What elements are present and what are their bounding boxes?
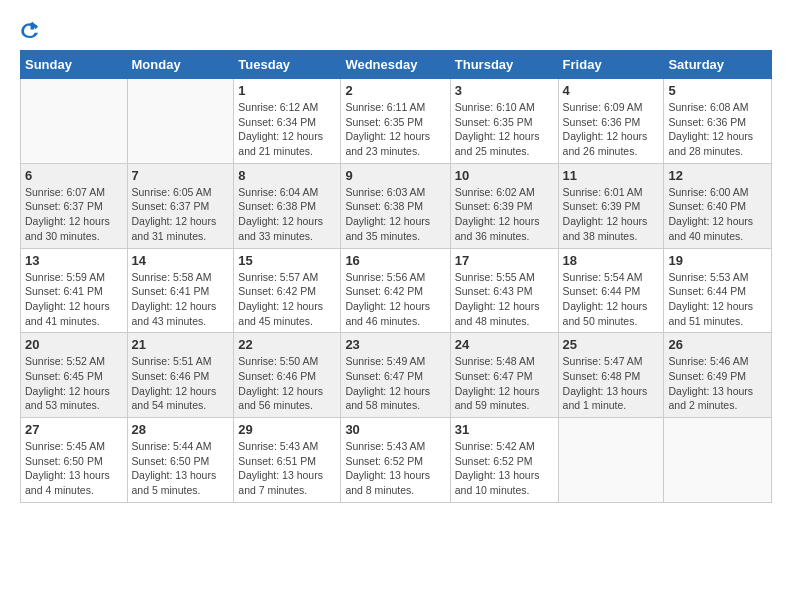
calendar-cell: 1Sunrise: 6:12 AMSunset: 6:34 PMDaylight… [234,79,341,164]
day-number: 7 [132,168,230,183]
day-info: Sunrise: 5:54 AMSunset: 6:44 PMDaylight:… [563,270,660,329]
calendar-cell: 6Sunrise: 6:07 AMSunset: 6:37 PMDaylight… [21,163,128,248]
calendar-header: SundayMondayTuesdayWednesdayThursdayFrid… [21,51,772,79]
day-header-saturday: Saturday [664,51,772,79]
day-header-tuesday: Tuesday [234,51,341,79]
day-info: Sunrise: 6:03 AMSunset: 6:38 PMDaylight:… [345,185,445,244]
calendar-cell: 16Sunrise: 5:56 AMSunset: 6:42 PMDayligh… [341,248,450,333]
day-info: Sunrise: 5:59 AMSunset: 6:41 PMDaylight:… [25,270,123,329]
calendar-cell: 2Sunrise: 6:11 AMSunset: 6:35 PMDaylight… [341,79,450,164]
day-number: 23 [345,337,445,352]
day-number: 13 [25,253,123,268]
day-info: Sunrise: 5:55 AMSunset: 6:43 PMDaylight:… [455,270,554,329]
day-info: Sunrise: 5:50 AMSunset: 6:46 PMDaylight:… [238,354,336,413]
day-number: 4 [563,83,660,98]
day-number: 6 [25,168,123,183]
day-number: 11 [563,168,660,183]
day-number: 17 [455,253,554,268]
day-number: 26 [668,337,767,352]
day-info: Sunrise: 6:11 AMSunset: 6:35 PMDaylight:… [345,100,445,159]
calendar-cell: 14Sunrise: 5:58 AMSunset: 6:41 PMDayligh… [127,248,234,333]
calendar-cell [127,79,234,164]
day-number: 21 [132,337,230,352]
day-header-friday: Friday [558,51,664,79]
day-number: 14 [132,253,230,268]
calendar-cell: 8Sunrise: 6:04 AMSunset: 6:38 PMDaylight… [234,163,341,248]
day-info: Sunrise: 6:05 AMSunset: 6:37 PMDaylight:… [132,185,230,244]
day-info: Sunrise: 5:42 AMSunset: 6:52 PMDaylight:… [455,439,554,498]
calendar-cell [664,418,772,503]
day-number: 8 [238,168,336,183]
day-number: 15 [238,253,336,268]
calendar-cell: 25Sunrise: 5:47 AMSunset: 6:48 PMDayligh… [558,333,664,418]
calendar-cell: 13Sunrise: 5:59 AMSunset: 6:41 PMDayligh… [21,248,128,333]
day-info: Sunrise: 5:53 AMSunset: 6:44 PMDaylight:… [668,270,767,329]
day-info: Sunrise: 6:10 AMSunset: 6:35 PMDaylight:… [455,100,554,159]
calendar-cell: 19Sunrise: 5:53 AMSunset: 6:44 PMDayligh… [664,248,772,333]
calendar-cell: 9Sunrise: 6:03 AMSunset: 6:38 PMDaylight… [341,163,450,248]
calendar-cell: 18Sunrise: 5:54 AMSunset: 6:44 PMDayligh… [558,248,664,333]
calendar-cell: 17Sunrise: 5:55 AMSunset: 6:43 PMDayligh… [450,248,558,333]
day-info: Sunrise: 5:52 AMSunset: 6:45 PMDaylight:… [25,354,123,413]
day-number: 31 [455,422,554,437]
day-number: 25 [563,337,660,352]
day-number: 2 [345,83,445,98]
calendar-table: SundayMondayTuesdayWednesdayThursdayFrid… [20,50,772,503]
day-info: Sunrise: 5:43 AMSunset: 6:52 PMDaylight:… [345,439,445,498]
calendar-cell: 12Sunrise: 6:00 AMSunset: 6:40 PMDayligh… [664,163,772,248]
day-header-sunday: Sunday [21,51,128,79]
day-info: Sunrise: 5:48 AMSunset: 6:47 PMDaylight:… [455,354,554,413]
day-number: 24 [455,337,554,352]
day-header-monday: Monday [127,51,234,79]
calendar-cell: 20Sunrise: 5:52 AMSunset: 6:45 PMDayligh… [21,333,128,418]
day-info: Sunrise: 5:57 AMSunset: 6:42 PMDaylight:… [238,270,336,329]
calendar-cell: 28Sunrise: 5:44 AMSunset: 6:50 PMDayligh… [127,418,234,503]
day-info: Sunrise: 5:56 AMSunset: 6:42 PMDaylight:… [345,270,445,329]
day-number: 5 [668,83,767,98]
day-info: Sunrise: 5:47 AMSunset: 6:48 PMDaylight:… [563,354,660,413]
day-info: Sunrise: 5:43 AMSunset: 6:51 PMDaylight:… [238,439,336,498]
day-info: Sunrise: 5:51 AMSunset: 6:46 PMDaylight:… [132,354,230,413]
day-info: Sunrise: 6:00 AMSunset: 6:40 PMDaylight:… [668,185,767,244]
day-info: Sunrise: 5:49 AMSunset: 6:47 PMDaylight:… [345,354,445,413]
day-number: 28 [132,422,230,437]
logo [20,20,42,40]
calendar-cell: 4Sunrise: 6:09 AMSunset: 6:36 PMDaylight… [558,79,664,164]
day-info: Sunrise: 5:45 AMSunset: 6:50 PMDaylight:… [25,439,123,498]
calendar-cell: 23Sunrise: 5:49 AMSunset: 6:47 PMDayligh… [341,333,450,418]
day-number: 20 [25,337,123,352]
logo-icon [20,20,40,40]
calendar-cell [558,418,664,503]
calendar-cell: 7Sunrise: 6:05 AMSunset: 6:37 PMDaylight… [127,163,234,248]
day-number: 29 [238,422,336,437]
day-number: 3 [455,83,554,98]
calendar-cell: 21Sunrise: 5:51 AMSunset: 6:46 PMDayligh… [127,333,234,418]
day-number: 18 [563,253,660,268]
day-info: Sunrise: 6:09 AMSunset: 6:36 PMDaylight:… [563,100,660,159]
calendar-cell: 10Sunrise: 6:02 AMSunset: 6:39 PMDayligh… [450,163,558,248]
calendar-cell [21,79,128,164]
day-info: Sunrise: 6:12 AMSunset: 6:34 PMDaylight:… [238,100,336,159]
day-info: Sunrise: 6:04 AMSunset: 6:38 PMDaylight:… [238,185,336,244]
day-number: 10 [455,168,554,183]
day-number: 16 [345,253,445,268]
day-number: 22 [238,337,336,352]
day-info: Sunrise: 6:07 AMSunset: 6:37 PMDaylight:… [25,185,123,244]
day-number: 9 [345,168,445,183]
day-info: Sunrise: 5:58 AMSunset: 6:41 PMDaylight:… [132,270,230,329]
day-number: 27 [25,422,123,437]
calendar-cell: 22Sunrise: 5:50 AMSunset: 6:46 PMDayligh… [234,333,341,418]
day-info: Sunrise: 6:01 AMSunset: 6:39 PMDaylight:… [563,185,660,244]
calendar-cell: 24Sunrise: 5:48 AMSunset: 6:47 PMDayligh… [450,333,558,418]
day-number: 30 [345,422,445,437]
day-info: Sunrise: 5:44 AMSunset: 6:50 PMDaylight:… [132,439,230,498]
day-number: 12 [668,168,767,183]
calendar-cell: 5Sunrise: 6:08 AMSunset: 6:36 PMDaylight… [664,79,772,164]
calendar-cell: 3Sunrise: 6:10 AMSunset: 6:35 PMDaylight… [450,79,558,164]
day-info: Sunrise: 6:02 AMSunset: 6:39 PMDaylight:… [455,185,554,244]
day-header-thursday: Thursday [450,51,558,79]
calendar-cell: 31Sunrise: 5:42 AMSunset: 6:52 PMDayligh… [450,418,558,503]
calendar-cell: 11Sunrise: 6:01 AMSunset: 6:39 PMDayligh… [558,163,664,248]
calendar-cell: 26Sunrise: 5:46 AMSunset: 6:49 PMDayligh… [664,333,772,418]
day-info: Sunrise: 5:46 AMSunset: 6:49 PMDaylight:… [668,354,767,413]
